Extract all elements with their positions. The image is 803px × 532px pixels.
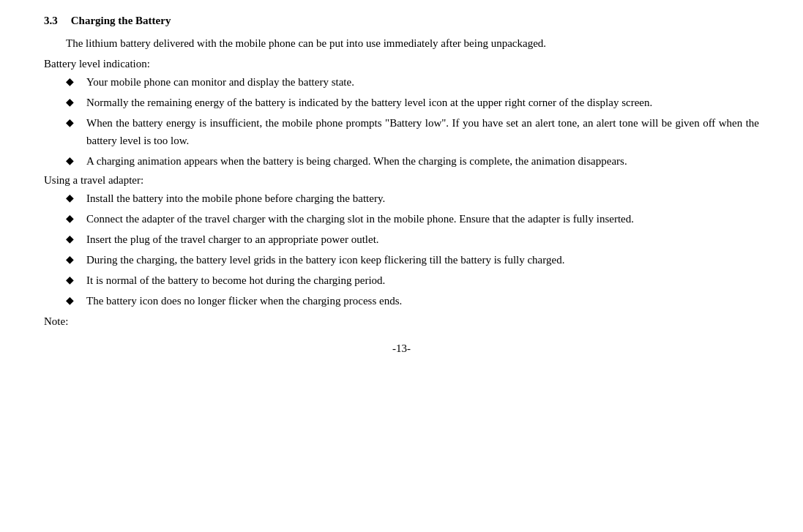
page-number: -13- (44, 342, 759, 355)
bullet-text: Connect the adapter of the travel charge… (86, 210, 759, 228)
travel-adapter-label: Using a travel adapter: (44, 174, 759, 187)
list-item: ◆ When the battery energy is insufficien… (44, 114, 759, 149)
bullet-text: It is normal of the battery to become ho… (86, 271, 759, 289)
bullet-text: When the battery energy is insufficient,… (86, 114, 759, 149)
travel-adapter-list: ◆ Install the battery into the mobile ph… (44, 190, 759, 310)
bullet-text: Insert the plug of the travel charger to… (86, 231, 759, 248)
list-item: ◆ A charging animation appears when the … (44, 152, 759, 170)
list-item: ◆ Install the battery into the mobile ph… (44, 190, 759, 207)
bullet-diamond-icon: ◆ (59, 231, 81, 247)
list-item: ◆ It is normal of the battery to become … (44, 271, 759, 289)
list-item: ◆ During the charging, the battery level… (44, 251, 759, 269)
bullet-diamond-icon: ◆ (59, 94, 81, 110)
intro-paragraph: The lithium battery delivered with the m… (44, 34, 759, 52)
bullet-text: Normally the remaining energy of the bat… (86, 94, 759, 111)
list-item: ◆ Connect the adapter of the travel char… (44, 210, 759, 228)
list-item: ◆ Your mobile phone can monitor and disp… (44, 73, 759, 91)
battery-level-list: ◆ Your mobile phone can monitor and disp… (44, 73, 759, 170)
bullet-diamond-icon: ◆ (59, 114, 81, 131)
list-item: ◆ The battery icon does no longer flicke… (44, 292, 759, 310)
bullet-text: Your mobile phone can monitor and displa… (86, 73, 759, 91)
bullet-diamond-icon: ◆ (59, 190, 81, 206)
section-title: Charging the Battery (71, 15, 171, 27)
bullet-text: The battery icon does no longer flicker … (86, 292, 759, 310)
bullet-diamond-icon: ◆ (59, 152, 81, 169)
bullet-text: Install the battery into the mobile phon… (86, 190, 759, 207)
bullet-text: A charging animation appears when the ba… (86, 152, 759, 170)
list-item: ◆ Normally the remaining energy of the b… (44, 94, 759, 111)
bullet-diamond-icon: ◆ (59, 271, 81, 288)
note-label: Note: (44, 315, 759, 328)
bullet-diamond-icon: ◆ (59, 292, 81, 309)
bullet-diamond-icon: ◆ (59, 73, 81, 90)
battery-level-label: Battery level indication: (44, 58, 759, 70)
bullet-diamond-icon: ◆ (59, 251, 81, 268)
bullet-diamond-icon: ◆ (59, 210, 81, 227)
section-number: 3.3 (44, 15, 58, 27)
section-header: 3.3 Charging the Battery (44, 15, 759, 27)
bullet-text: During the charging, the battery level g… (86, 251, 759, 269)
list-item: ◆ Insert the plug of the travel charger … (44, 231, 759, 248)
